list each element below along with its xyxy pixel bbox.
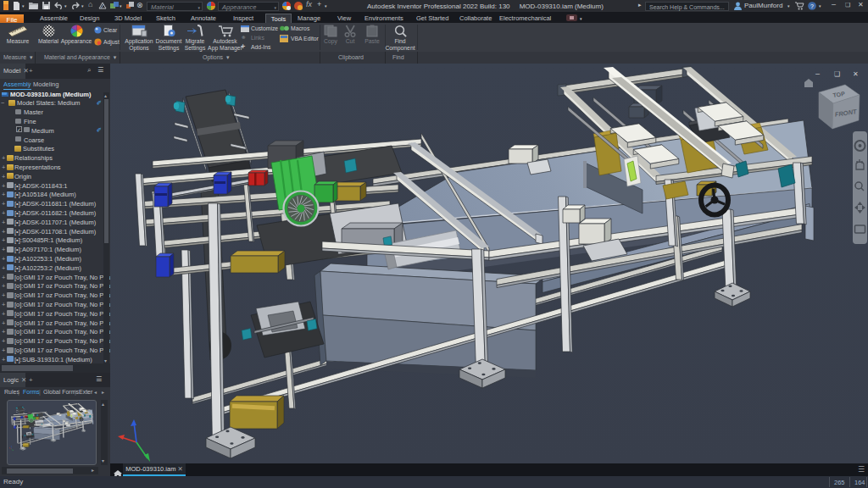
svg-text:❏: ❏ xyxy=(834,70,840,78)
svg-text:–: – xyxy=(815,69,820,78)
svg-text:?: ? xyxy=(810,3,814,9)
svg-text:✕: ✕ xyxy=(853,70,859,78)
